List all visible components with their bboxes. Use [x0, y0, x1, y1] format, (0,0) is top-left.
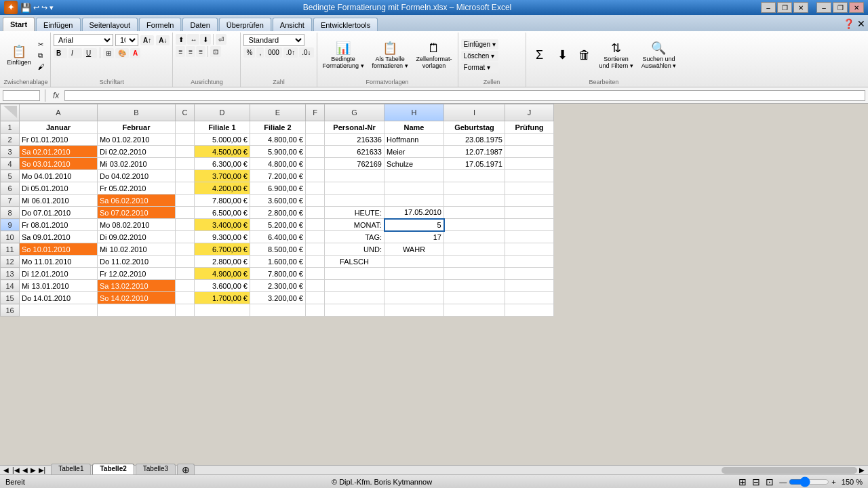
cell-G4[interactable]: 762169	[325, 158, 384, 170]
cell-J5[interactable]	[505, 170, 554, 182]
cell-C2[interactable]	[176, 134, 195, 146]
help-btn[interactable]: ❓	[843, 18, 854, 29]
col-header-D[interactable]: D	[195, 104, 250, 121]
cell-E10[interactable]: 6.400,00 €	[250, 231, 306, 243]
tab-entwicklertools[interactable]: Entwicklertools	[313, 18, 378, 31]
cell-B6[interactable]: Fr 05.02.2010	[98, 182, 176, 195]
cell-C7[interactable]	[176, 195, 195, 207]
row-header-3[interactable]: 3	[1, 146, 20, 158]
cell-B11[interactable]: Mi 10.02.2010	[98, 243, 176, 256]
cell-G14[interactable]	[325, 280, 384, 292]
cell-G11[interactable]: UND:	[325, 243, 384, 256]
cell-D12[interactable]: 2.800,00 €	[195, 256, 250, 268]
align-right-btn[interactable]: ≡	[196, 46, 205, 57]
minimize-btn[interactable]: –	[761, 2, 776, 13]
close-inner-btn[interactable]: ✕	[849, 2, 864, 13]
cell-A13[interactable]: Di 12.01.2010	[20, 268, 98, 280]
cell-D4[interactable]: 6.300,00 €	[195, 158, 250, 170]
underline-btn[interactable]: U	[83, 48, 97, 58]
wrap-text-btn[interactable]: ⏎	[216, 34, 226, 45]
cell-C9[interactable]	[176, 219, 195, 231]
cell-H8[interactable]: 17.05.2010	[384, 207, 444, 219]
tab-ansicht[interactable]: Ansicht	[273, 18, 312, 31]
undo-btn[interactable]: ↩	[33, 3, 39, 12]
row-header-14[interactable]: 14	[1, 280, 20, 292]
font-color-btn[interactable]: A	[130, 48, 140, 58]
row-header-7[interactable]: 7	[1, 195, 20, 207]
cell-D6[interactable]: 4.200,00 €	[195, 182, 250, 195]
decrease-decimal-btn[interactable]: .0↓	[299, 47, 313, 58]
cell-C3[interactable]	[176, 146, 195, 158]
cell-styles-btn[interactable]: 🗒 Zellenformat-vorlagen	[414, 39, 455, 71]
cell-E9[interactable]: 5.200,00 €	[250, 219, 306, 231]
fill-btn[interactable]: ⬇	[553, 46, 572, 65]
cell-F1[interactable]	[306, 121, 325, 134]
decrease-font-btn[interactable]: A↓	[156, 35, 170, 45]
cell-E2[interactable]: 4.800,00 €	[250, 134, 306, 146]
cell-H9[interactable]: 5	[384, 219, 444, 231]
row-header-1[interactable]: 1	[1, 121, 20, 134]
cell-C15[interactable]	[176, 292, 195, 304]
col-header-F[interactable]: F	[306, 104, 325, 121]
cell-J3[interactable]	[505, 146, 554, 158]
cell-F10[interactable]	[306, 231, 325, 243]
cell-A15[interactable]: Do 14.01.2010	[20, 292, 98, 304]
row-header-6[interactable]: 6	[1, 182, 20, 195]
cell-F4[interactable]	[306, 158, 325, 170]
cell-A12[interactable]: Mo 11.01.2010	[20, 256, 98, 268]
fill-color-btn[interactable]: 🎨	[115, 48, 129, 58]
cell-F2[interactable]	[306, 134, 325, 146]
sheet-tab-tabelle1[interactable]: Tabelle1	[51, 464, 91, 474]
cell-J4[interactable]	[505, 158, 554, 170]
view-normal-btn[interactable]: ⊞	[738, 476, 747, 487]
copy-btn[interactable]: ⧉	[35, 50, 47, 61]
cell-E6[interactable]: 6.900,00 €	[250, 182, 306, 195]
cell-H14[interactable]	[384, 280, 444, 292]
cell-H12[interactable]	[384, 256, 444, 268]
cell-B2[interactable]: Mo 01.02.2010	[98, 134, 176, 146]
sheet-nav-last[interactable]: ▶|	[37, 466, 47, 474]
cell-D13[interactable]: 4.900,00 €	[195, 268, 250, 280]
row-header-2[interactable]: 2	[1, 134, 20, 146]
cell-I9[interactable]	[444, 219, 505, 231]
row-header-10[interactable]: 10	[1, 231, 20, 243]
cell-E8[interactable]: 2.800,00 €	[250, 207, 306, 219]
cell-C12[interactable]	[176, 256, 195, 268]
italic-btn[interactable]: I	[68, 48, 82, 58]
col-header-G[interactable]: G	[325, 104, 384, 121]
zoom-slider[interactable]: — +	[779, 476, 835, 487]
top-align-btn[interactable]: ⬆	[176, 34, 186, 45]
tab-ueberpruefen[interactable]: Überprüfen	[219, 18, 271, 31]
cell-I4[interactable]: 17.05.1971	[444, 158, 505, 170]
cell-C10[interactable]	[176, 231, 195, 243]
font-size-select[interactable]: 10	[115, 34, 138, 46]
cell-reference-input[interactable]: H9	[3, 90, 40, 101]
increase-decimal-btn[interactable]: .0↑	[283, 47, 298, 58]
col-header-C[interactable]: C	[176, 104, 195, 121]
cell-E5[interactable]: 7.200,00 €	[250, 170, 306, 182]
cell-I5[interactable]	[444, 170, 505, 182]
row-header-8[interactable]: 8	[1, 207, 20, 219]
cell-D8[interactable]: 6.500,00 €	[195, 207, 250, 219]
delete-cells-btn[interactable]: Löschen ▾	[461, 51, 498, 61]
cell-B12[interactable]: Do 11.02.2010	[98, 256, 176, 268]
cond-format-btn[interactable]: 📊 BedingteFormatierung ▾	[320, 39, 367, 71]
cell-C5[interactable]	[176, 170, 195, 182]
cell-F15[interactable]	[306, 292, 325, 304]
cell-F6[interactable]	[306, 182, 325, 195]
cell-J12[interactable]	[505, 256, 554, 268]
as-table-btn[interactable]: 📋 Als Tabelleformatieren ▾	[370, 39, 411, 71]
cell-B5[interactable]: Do 04.02.2010	[98, 170, 176, 182]
cell-D3[interactable]: 4.500,00 €	[195, 146, 250, 158]
cell-A16[interactable]	[20, 304, 98, 317]
cell-H4[interactable]: Schulze	[384, 158, 444, 170]
bottom-align-btn[interactable]: ⬇	[200, 34, 211, 45]
sheet-nav-prev[interactable]: ◀	[21, 466, 29, 474]
zoom-level[interactable]: 150 %	[842, 478, 863, 486]
row-header-12[interactable]: 12	[1, 256, 20, 268]
format-painter-btn[interactable]: 🖌	[35, 62, 47, 72]
cell-C14[interactable]	[176, 280, 195, 292]
cell-G3[interactable]: 621633	[325, 146, 384, 158]
redo-btn[interactable]: ↪	[41, 3, 47, 12]
cell-D7[interactable]: 7.800,00 €	[195, 195, 250, 207]
